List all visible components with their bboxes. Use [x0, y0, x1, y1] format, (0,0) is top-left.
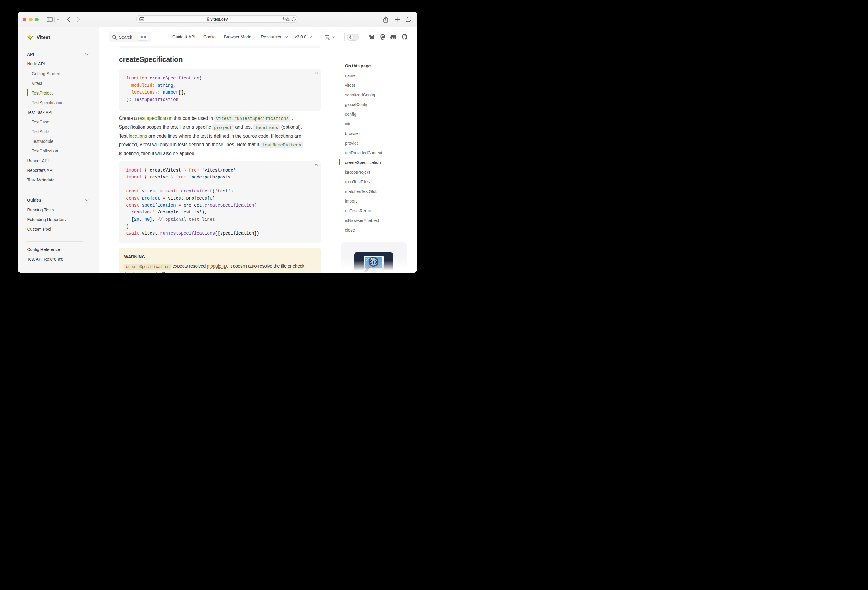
svg-text:A: A: [285, 17, 286, 20]
svg-text:文: 文: [286, 19, 289, 21]
svg-text:A: A: [328, 37, 330, 40]
